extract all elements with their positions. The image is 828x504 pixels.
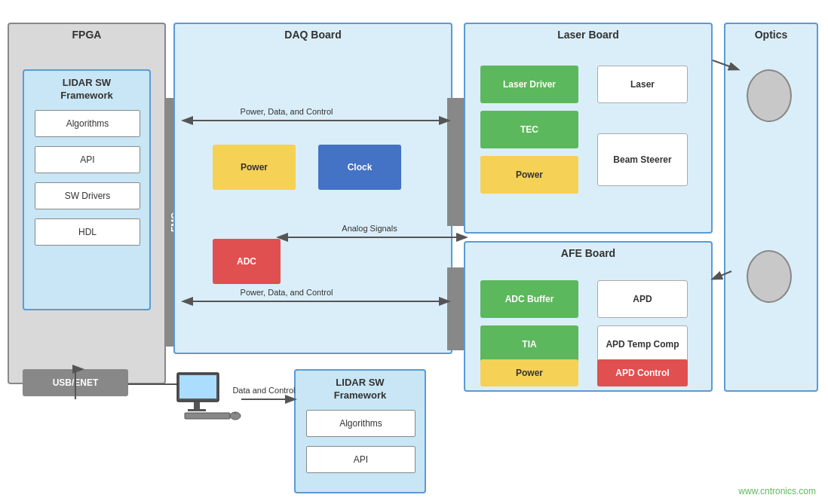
watermark: www.cntronics.com (738, 486, 816, 496)
laser-driver-block: Laser Driver (480, 66, 578, 103)
bottom-fw-label: LIDAR SW Framework (296, 377, 425, 402)
daq-board: DAQ Board Power Clock ADC (173, 23, 452, 354)
fpga-label: FPGA (72, 29, 102, 41)
beam-steerer-block: Beam Steerer (597, 133, 688, 186)
bottom-api-box: API (306, 446, 416, 473)
fpga-board: FPGA LIDAR SW Framework Algorithms API S… (8, 23, 166, 384)
arrow-label-data-control: Data and Control (232, 386, 295, 395)
bottom-algorithms-box: Algorithms (306, 410, 416, 437)
laser-board-label: Laser Board (557, 29, 619, 41)
optics-board: Optics (724, 23, 818, 392)
connector-top (447, 98, 464, 226)
afe-board-label: AFE Board (561, 247, 615, 259)
svg-rect-11 (188, 409, 206, 411)
fpga-api-box: API (35, 146, 140, 173)
fpga-fw-label: LIDAR SW Framework (24, 77, 149, 102)
laser-block: Laser (597, 66, 688, 103)
computer-svg (173, 369, 241, 422)
fpga-hdl-box: HDL (35, 218, 140, 246)
connector-bottom (447, 267, 464, 350)
afe-board: AFE Board ADC Buffer TIA Power APD APD T… (464, 241, 713, 392)
usb-enet-box: USB/ENET (23, 369, 128, 396)
svg-rect-9 (179, 375, 216, 399)
fpga-fw-box: LIDAR SW Framework Algorithms API SW Dri… (23, 69, 151, 310)
computer-icon (173, 369, 241, 422)
laser-board: Laser Board Laser Driver TEC Power Laser… (464, 23, 713, 234)
fpga-algorithms-box: Algorithms (35, 110, 140, 137)
optics-circle-bottom (747, 250, 792, 303)
apd-temp-comp-block: APD Temp Comp (597, 325, 688, 363)
daq-power-block: Power (213, 145, 296, 190)
apd-control-block: APD Control (597, 359, 688, 386)
daq-label: DAQ Board (284, 29, 341, 41)
fpga-sw-drivers-box: SW Drivers (35, 182, 140, 209)
tec-block: TEC (480, 111, 578, 148)
afe-power-block: Power (480, 359, 578, 386)
tia-block: TIA (480, 325, 578, 363)
diagram: FPGA LIDAR SW Framework Algorithms API S… (0, 0, 828, 504)
laser-power-block: Power (480, 156, 578, 194)
optics-circle-top (747, 69, 792, 122)
adc-buffer-block: ADC Buffer (480, 280, 578, 318)
daq-clock-block: Clock (318, 145, 401, 190)
optics-label: Optics (755, 29, 788, 41)
svg-rect-12 (185, 413, 230, 419)
svg-rect-10 (194, 402, 200, 409)
daq-adc-block: ADC (213, 239, 281, 284)
apd-block: APD (597, 280, 688, 318)
bottom-fw-box: LIDAR SW Framework Algorithms API (294, 369, 426, 493)
usb-enet-label: USB/ENET (53, 377, 99, 388)
